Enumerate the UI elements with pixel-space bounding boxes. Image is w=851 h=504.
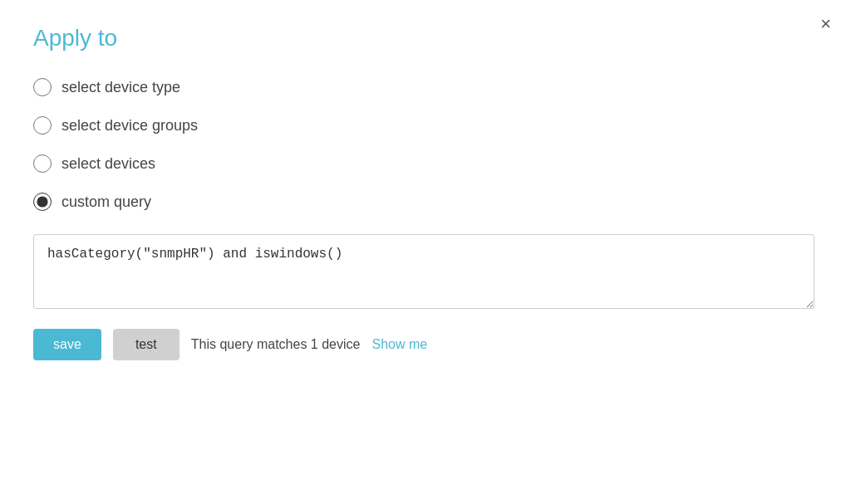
radio-item-custom-query[interactable]: custom query	[33, 193, 818, 211]
radio-item-devices[interactable]: select devices	[33, 154, 818, 173]
close-button[interactable]: ×	[820, 15, 831, 33]
close-icon: ×	[820, 13, 831, 34]
test-button[interactable]: test	[113, 329, 180, 360]
show-me-link[interactable]: Show me	[371, 337, 427, 352]
radio-label-device-type: select device type	[61, 79, 180, 96]
query-textarea[interactable]: hasCategory("<span class="squiggly">snmp…	[33, 234, 814, 309]
query-wrapper: hasCategory("<span class="squiggly">snmp…	[33, 234, 818, 309]
radio-label-devices: select devices	[61, 155, 155, 173]
save-button[interactable]: save	[33, 329, 101, 360]
query-result-text: This query matches 1 device	[191, 337, 361, 352]
radio-device-type[interactable]	[33, 78, 52, 96]
radio-device-groups[interactable]	[33, 116, 52, 135]
radio-devices[interactable]	[33, 154, 52, 173]
apply-to-dialog: × Apply to select device type select dev…	[0, 0, 851, 504]
footer: save test This query matches 1 device Sh…	[33, 329, 818, 360]
radio-item-device-type[interactable]: select device type	[33, 78, 818, 96]
radio-item-device-groups[interactable]: select device groups	[33, 116, 818, 135]
dialog-title: Apply to	[33, 25, 818, 51]
radio-group: select device type select device groups …	[33, 78, 818, 211]
radio-label-device-groups: select device groups	[61, 117, 198, 135]
radio-label-custom-query: custom query	[61, 193, 151, 211]
radio-custom-query[interactable]	[33, 193, 52, 211]
